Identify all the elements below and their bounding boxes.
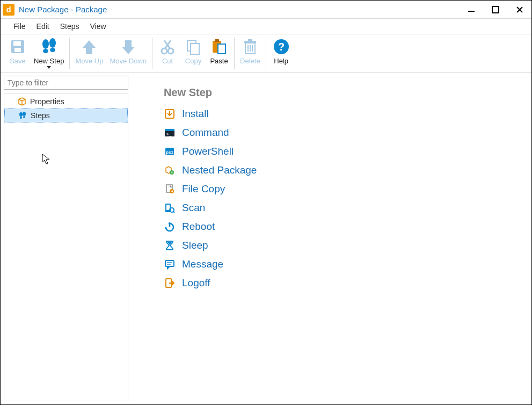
- file-copy-icon: [164, 184, 176, 194]
- box-icon: [17, 97, 27, 106]
- paste-button[interactable]: Paste: [206, 34, 232, 72]
- help-button[interactable]: ? Help: [268, 34, 294, 72]
- step-link[interactable]: File Copy: [182, 183, 225, 195]
- tree-view[interactable]: Properties Steps: [4, 93, 128, 401]
- svg-point-9: [49, 38, 56, 48]
- cut-button[interactable]: Cut: [155, 34, 180, 72]
- save-icon: [9, 37, 26, 57]
- window-controls: [459, 2, 531, 18]
- app-icon: d: [3, 4, 14, 16]
- scissors-icon: [160, 37, 175, 57]
- svg-rect-19: [218, 44, 225, 54]
- minimize-button[interactable]: [459, 2, 483, 18]
- help-icon: ?: [273, 37, 290, 57]
- svg-rect-18: [215, 39, 219, 42]
- save-button[interactable]: Save: [5, 34, 31, 72]
- step-nested-package[interactable]: + Nested Package: [164, 161, 521, 179]
- tree-item-label: Properties: [30, 97, 64, 106]
- app-window: d New Package - Package File Edit Steps …: [0, 0, 532, 405]
- body: Properties Steps New Step Install: [1, 73, 531, 404]
- step-link[interactable]: Nested Package: [182, 164, 257, 176]
- svg-point-28: [19, 112, 23, 117]
- scan-icon: [164, 202, 176, 213]
- step-link[interactable]: Logoff: [182, 277, 210, 289]
- svg-rect-48: [165, 261, 174, 266]
- hourglass-icon: [164, 240, 176, 251]
- svg-point-8: [43, 49, 48, 53]
- arrow-down-icon: [121, 37, 136, 57]
- message-icon: [164, 259, 176, 270]
- nested-package-icon: +: [164, 165, 176, 176]
- svg-rect-21: [244, 41, 256, 43]
- step-install[interactable]: Install: [164, 104, 521, 123]
- move-down-button[interactable]: Move Down: [106, 34, 150, 72]
- menu-file[interactable]: File: [8, 20, 31, 32]
- maximize-button[interactable]: [483, 2, 507, 18]
- step-link[interactable]: Scan: [182, 202, 205, 214]
- step-list: Install >_ Command ps1 PowerShell: [164, 104, 521, 292]
- svg-rect-6: [14, 48, 21, 52]
- step-sleep[interactable]: Sleep: [164, 236, 521, 255]
- move-up-button[interactable]: Move Up: [72, 34, 106, 72]
- svg-point-12: [168, 48, 173, 54]
- svg-point-7: [42, 39, 49, 49]
- toolbar: Save New Step Move Up Move Down: [1, 34, 531, 73]
- svg-text:ps1: ps1: [166, 150, 173, 155]
- step-link[interactable]: Reboot: [182, 221, 215, 233]
- main-panel: New Step Install >_ Command ps1: [132, 73, 531, 404]
- menu-steps[interactable]: Steps: [55, 20, 85, 32]
- command-icon: >_: [164, 127, 176, 138]
- svg-text:?: ?: [278, 41, 285, 53]
- step-command[interactable]: >_ Command: [164, 123, 521, 142]
- close-button[interactable]: [507, 2, 531, 18]
- menu-edit[interactable]: Edit: [31, 20, 55, 32]
- svg-text:>_: >_: [166, 132, 172, 136]
- logoff-icon: [164, 278, 176, 288]
- svg-text:+: +: [171, 171, 173, 175]
- step-powershell[interactable]: ps1 PowerShell: [164, 142, 521, 161]
- svg-point-10: [50, 48, 55, 52]
- tree-item-properties[interactable]: Properties: [4, 95, 128, 109]
- menu-bar: File Edit Steps View: [1, 19, 531, 34]
- svg-rect-0: [468, 11, 475, 12]
- tree-item-label: Steps: [31, 111, 50, 120]
- svg-rect-1: [492, 6, 499, 13]
- footsteps-icon: [39, 37, 59, 57]
- arrow-up-icon: [82, 37, 97, 57]
- copy-button[interactable]: Copy: [180, 34, 206, 72]
- power-icon: [164, 221, 176, 232]
- sidebar: Properties Steps: [1, 73, 132, 404]
- copy-icon: [185, 37, 201, 57]
- step-link[interactable]: Command: [182, 127, 229, 139]
- title-bar: d New Package - Package: [1, 1, 531, 19]
- svg-rect-22: [248, 39, 252, 41]
- toolbar-separator: [152, 38, 152, 69]
- delete-button[interactable]: Delete: [237, 34, 264, 72]
- paste-icon: [211, 37, 227, 57]
- toolbar-separator: [234, 38, 235, 69]
- step-link[interactable]: PowerShell: [182, 146, 234, 157]
- step-link[interactable]: Install: [182, 108, 209, 120]
- install-icon: [164, 109, 176, 119]
- svg-point-29: [20, 117, 22, 119]
- menu-view[interactable]: View: [85, 20, 112, 32]
- step-message[interactable]: Message: [164, 255, 521, 273]
- step-link[interactable]: Message: [182, 258, 223, 270]
- svg-point-11: [162, 48, 167, 54]
- svg-line-45: [173, 212, 174, 213]
- toolbar-separator: [69, 38, 70, 69]
- tree-item-steps[interactable]: Steps: [4, 109, 128, 122]
- new-step-button[interactable]: New Step: [31, 34, 67, 72]
- step-logoff[interactable]: Logoff: [164, 273, 521, 292]
- step-file-copy[interactable]: File Copy: [164, 179, 521, 198]
- filter-input[interactable]: [4, 76, 128, 90]
- section-title: New Step: [164, 86, 521, 99]
- svg-point-30: [23, 112, 26, 116]
- chevron-down-icon: [47, 66, 51, 69]
- footsteps-icon: [18, 111, 27, 120]
- step-reboot[interactable]: Reboot: [164, 217, 521, 236]
- svg-rect-34: [165, 129, 174, 131]
- step-link[interactable]: Sleep: [182, 240, 208, 251]
- trash-icon: [243, 37, 257, 57]
- step-scan[interactable]: Scan: [164, 198, 521, 217]
